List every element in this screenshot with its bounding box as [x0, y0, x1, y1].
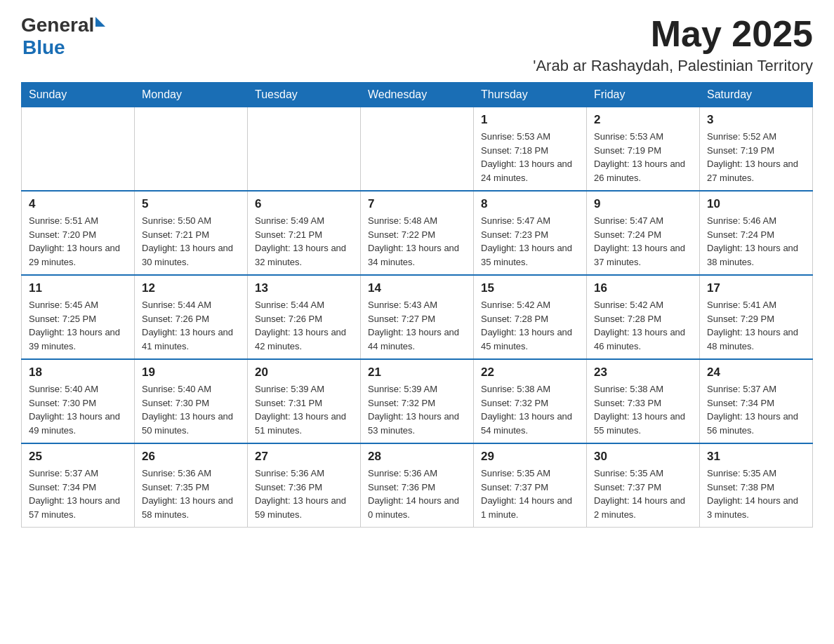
day-info: Sunrise: 5:39 AM Sunset: 7:32 PM Dayligh…	[368, 382, 466, 437]
day-number: 26	[142, 450, 240, 464]
calendar-cell: 21Sunrise: 5:39 AM Sunset: 7:32 PM Dayli…	[361, 359, 474, 443]
logo-blue: Blue	[22, 36, 105, 59]
page-header: General Blue May 2025 'Arab ar Rashaydah…	[21, 14, 813, 75]
day-number: 8	[481, 197, 579, 211]
day-number: 21	[368, 365, 466, 380]
day-number: 11	[29, 281, 127, 295]
logo-general: General	[21, 14, 94, 36]
day-info: Sunrise: 5:36 AM Sunset: 7:36 PM Dayligh…	[368, 467, 466, 521]
calendar-cell: 19Sunrise: 5:40 AM Sunset: 7:30 PM Dayli…	[135, 359, 248, 443]
day-number: 30	[594, 450, 692, 464]
calendar-cell: 14Sunrise: 5:43 AM Sunset: 7:27 PM Dayli…	[361, 275, 474, 359]
calendar-cell: 26Sunrise: 5:36 AM Sunset: 7:35 PM Dayli…	[135, 443, 248, 528]
day-info: Sunrise: 5:49 AM Sunset: 7:21 PM Dayligh…	[255, 214, 353, 269]
day-number: 6	[255, 197, 353, 211]
calendar-cell: 10Sunrise: 5:46 AM Sunset: 7:24 PM Dayli…	[700, 191, 813, 275]
day-info: Sunrise: 5:40 AM Sunset: 7:30 PM Dayligh…	[142, 382, 240, 437]
title-section: May 2025 'Arab ar Rashaydah, Palestinian…	[533, 14, 813, 75]
calendar-week-2: 4Sunrise: 5:51 AM Sunset: 7:20 PM Daylig…	[22, 191, 813, 275]
day-info: Sunrise: 5:43 AM Sunset: 7:27 PM Dayligh…	[368, 298, 466, 353]
day-info: Sunrise: 5:35 AM Sunset: 7:37 PM Dayligh…	[594, 467, 692, 521]
calendar-cell: 4Sunrise: 5:51 AM Sunset: 7:20 PM Daylig…	[22, 191, 135, 275]
calendar-cell: 15Sunrise: 5:42 AM Sunset: 7:28 PM Dayli…	[474, 275, 587, 359]
weekday-header-thursday: Thursday	[474, 83, 587, 107]
weekday-header-monday: Monday	[135, 83, 248, 107]
day-info: Sunrise: 5:50 AM Sunset: 7:21 PM Dayligh…	[142, 214, 240, 269]
calendar-cell: 16Sunrise: 5:42 AM Sunset: 7:28 PM Dayli…	[587, 275, 700, 359]
calendar-cell: 22Sunrise: 5:38 AM Sunset: 7:32 PM Dayli…	[474, 359, 587, 443]
day-info: Sunrise: 5:51 AM Sunset: 7:20 PM Dayligh…	[29, 214, 127, 269]
calendar-week-5: 25Sunrise: 5:37 AM Sunset: 7:34 PM Dayli…	[22, 443, 813, 528]
day-number: 22	[481, 365, 579, 380]
day-info: Sunrise: 5:37 AM Sunset: 7:34 PM Dayligh…	[707, 382, 805, 437]
calendar-week-4: 18Sunrise: 5:40 AM Sunset: 7:30 PM Dayli…	[22, 359, 813, 443]
calendar-cell: 28Sunrise: 5:36 AM Sunset: 7:36 PM Dayli…	[361, 443, 474, 528]
calendar-cell	[135, 107, 248, 192]
day-number: 13	[255, 281, 353, 295]
calendar-cell	[22, 107, 135, 192]
day-number: 18	[29, 365, 127, 380]
day-info: Sunrise: 5:53 AM Sunset: 7:18 PM Dayligh…	[481, 130, 579, 185]
calendar-cell: 6Sunrise: 5:49 AM Sunset: 7:21 PM Daylig…	[248, 191, 361, 275]
day-info: Sunrise: 5:44 AM Sunset: 7:26 PM Dayligh…	[255, 298, 353, 353]
day-number: 14	[368, 281, 466, 295]
logo-triangle-icon	[95, 17, 105, 27]
calendar-cell: 5Sunrise: 5:50 AM Sunset: 7:21 PM Daylig…	[135, 191, 248, 275]
weekday-header-row: SundayMondayTuesdayWednesdayThursdayFrid…	[22, 83, 813, 107]
calendar-cell: 9Sunrise: 5:47 AM Sunset: 7:24 PM Daylig…	[587, 191, 700, 275]
day-info: Sunrise: 5:53 AM Sunset: 7:19 PM Dayligh…	[594, 130, 692, 185]
calendar-cell: 11Sunrise: 5:45 AM Sunset: 7:25 PM Dayli…	[22, 275, 135, 359]
calendar-cell: 17Sunrise: 5:41 AM Sunset: 7:29 PM Dayli…	[700, 275, 813, 359]
day-number: 25	[29, 450, 127, 464]
day-number: 9	[594, 197, 692, 211]
day-number: 29	[481, 450, 579, 464]
day-info: Sunrise: 5:40 AM Sunset: 7:30 PM Dayligh…	[29, 382, 127, 437]
day-info: Sunrise: 5:48 AM Sunset: 7:22 PM Dayligh…	[368, 214, 466, 269]
day-number: 17	[707, 281, 805, 295]
calendar-cell: 27Sunrise: 5:36 AM Sunset: 7:36 PM Dayli…	[248, 443, 361, 528]
day-info: Sunrise: 5:52 AM Sunset: 7:19 PM Dayligh…	[707, 130, 805, 185]
day-info: Sunrise: 5:44 AM Sunset: 7:26 PM Dayligh…	[142, 298, 240, 353]
calendar-cell: 13Sunrise: 5:44 AM Sunset: 7:26 PM Dayli…	[248, 275, 361, 359]
day-info: Sunrise: 5:35 AM Sunset: 7:37 PM Dayligh…	[481, 467, 579, 521]
weekday-header-tuesday: Tuesday	[248, 83, 361, 107]
day-info: Sunrise: 5:38 AM Sunset: 7:32 PM Dayligh…	[481, 382, 579, 437]
day-info: Sunrise: 5:42 AM Sunset: 7:28 PM Dayligh…	[481, 298, 579, 353]
weekday-header-friday: Friday	[587, 83, 700, 107]
calendar-cell: 30Sunrise: 5:35 AM Sunset: 7:37 PM Dayli…	[587, 443, 700, 528]
weekday-header-saturday: Saturday	[700, 83, 813, 107]
day-number: 2	[594, 113, 692, 127]
day-info: Sunrise: 5:37 AM Sunset: 7:34 PM Dayligh…	[29, 467, 127, 521]
calendar-cell	[248, 107, 361, 192]
day-info: Sunrise: 5:39 AM Sunset: 7:31 PM Dayligh…	[255, 382, 353, 437]
calendar-cell: 31Sunrise: 5:35 AM Sunset: 7:38 PM Dayli…	[700, 443, 813, 528]
day-info: Sunrise: 5:42 AM Sunset: 7:28 PM Dayligh…	[594, 298, 692, 353]
day-number: 28	[368, 450, 466, 464]
calendar-cell: 18Sunrise: 5:40 AM Sunset: 7:30 PM Dayli…	[22, 359, 135, 443]
day-number: 3	[707, 113, 805, 127]
month-title: May 2025	[533, 14, 813, 54]
day-number: 5	[142, 197, 240, 211]
logo: General Blue	[21, 14, 105, 59]
calendar-cell: 20Sunrise: 5:39 AM Sunset: 7:31 PM Dayli…	[248, 359, 361, 443]
day-number: 1	[481, 113, 579, 127]
day-number: 19	[142, 365, 240, 380]
calendar-cell: 7Sunrise: 5:48 AM Sunset: 7:22 PM Daylig…	[361, 191, 474, 275]
day-info: Sunrise: 5:46 AM Sunset: 7:24 PM Dayligh…	[707, 214, 805, 269]
day-number: 24	[707, 365, 805, 380]
calendar-week-1: 1Sunrise: 5:53 AM Sunset: 7:18 PM Daylig…	[22, 107, 813, 192]
day-number: 23	[594, 365, 692, 380]
calendar-cell: 24Sunrise: 5:37 AM Sunset: 7:34 PM Dayli…	[700, 359, 813, 443]
day-info: Sunrise: 5:45 AM Sunset: 7:25 PM Dayligh…	[29, 298, 127, 353]
calendar-cell: 1Sunrise: 5:53 AM Sunset: 7:18 PM Daylig…	[474, 107, 587, 192]
weekday-header-wednesday: Wednesday	[361, 83, 474, 107]
day-number: 12	[142, 281, 240, 295]
calendar-cell: 3Sunrise: 5:52 AM Sunset: 7:19 PM Daylig…	[700, 107, 813, 192]
day-number: 4	[29, 197, 127, 211]
day-info: Sunrise: 5:35 AM Sunset: 7:38 PM Dayligh…	[707, 467, 805, 521]
day-info: Sunrise: 5:36 AM Sunset: 7:35 PM Dayligh…	[142, 467, 240, 521]
day-number: 15	[481, 281, 579, 295]
day-number: 16	[594, 281, 692, 295]
day-info: Sunrise: 5:36 AM Sunset: 7:36 PM Dayligh…	[255, 467, 353, 521]
day-number: 7	[368, 197, 466, 211]
